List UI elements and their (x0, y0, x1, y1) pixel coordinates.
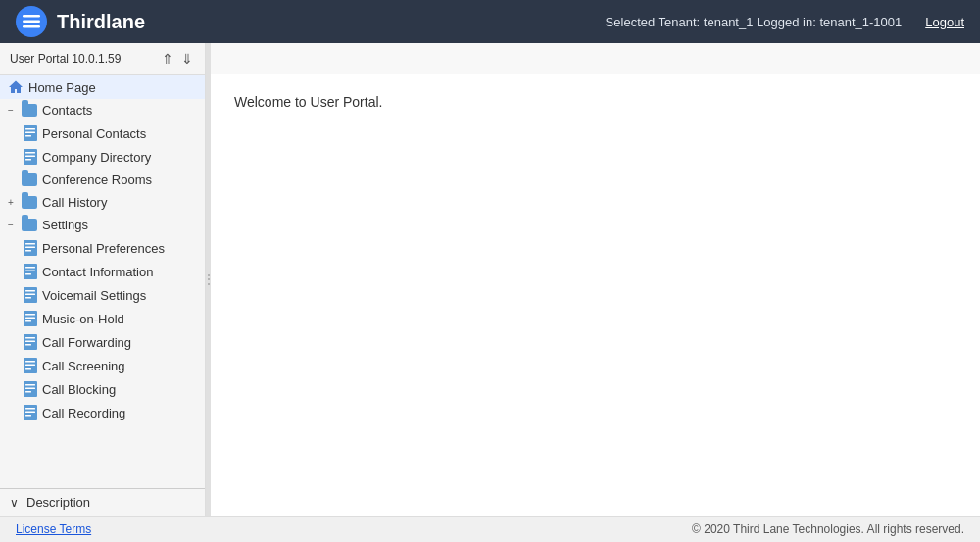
sidebar-item-personal-preferences[interactable]: Personal Preferences (0, 236, 205, 260)
call-blocking-label: Call Blocking (42, 382, 116, 397)
sidebar-item-personal-contacts[interactable]: Personal Contacts (0, 122, 205, 145)
tenant-info: Selected Tenant: tenant_1 Logged in: ten… (606, 15, 903, 29)
personal-contacts-icon (24, 125, 37, 141)
svg-rect-28 (25, 337, 35, 339)
conference-rooms-folder-icon (22, 173, 37, 186)
sidebar-tree: Home Page − Contacts (0, 75, 205, 488)
app-title: Thirdlane (57, 11, 145, 33)
voicemail-settings-label: Voicemail Settings (42, 288, 146, 303)
sidebar-version: User Portal 10.0.1.59 (10, 52, 121, 66)
call-forwarding-icon (24, 334, 37, 350)
svg-rect-10 (25, 159, 31, 161)
svg-rect-38 (25, 391, 31, 393)
call-screening-icon (24, 358, 37, 373)
description-panel: ∨ Description (0, 488, 205, 516)
company-directory-icon (24, 149, 37, 165)
call-history-expand-arrow: + (8, 197, 20, 208)
call-recording-label: Call Recording (42, 406, 125, 420)
call-screening-label: Call Screening (42, 359, 125, 373)
sidebar-header: User Portal 10.0.1.59 ⇑ ⇓ (0, 43, 205, 75)
sidebar-expand-btn[interactable]: ⇓ (179, 51, 195, 67)
app-footer: License Terms © 2020 Third Lane Technolo… (0, 516, 980, 542)
svg-rect-29 (25, 341, 35, 343)
sidebar-item-call-history[interactable]: + Call History (0, 191, 205, 214)
svg-rect-2 (23, 25, 40, 28)
description-label: Description (26, 495, 90, 510)
svg-rect-40 (25, 408, 35, 410)
svg-rect-36 (25, 384, 35, 386)
svg-rect-16 (25, 267, 35, 269)
contact-information-icon (24, 264, 37, 279)
content-area: Welcome to User Portal. (211, 43, 980, 516)
sidebar-collapse-btn[interactable]: ⇑ (160, 51, 175, 67)
sidebar-item-call-blocking[interactable]: Call Blocking (0, 377, 205, 401)
copyright-text: © 2020 Third Lane Technologies. All righ… (692, 522, 964, 536)
sidebar-resize-handle[interactable] (206, 43, 211, 516)
svg-rect-22 (25, 297, 31, 299)
sidebar-item-call-screening[interactable]: Call Screening (0, 354, 205, 377)
svg-rect-9 (25, 156, 35, 158)
svg-rect-13 (25, 247, 35, 249)
content-body: Welcome to User Portal. (211, 74, 980, 516)
contacts-folder-icon (22, 104, 37, 117)
sidebar-item-call-forwarding[interactable]: Call Forwarding (0, 330, 205, 354)
content-toolbar (211, 43, 980, 74)
call-recording-icon (24, 405, 37, 420)
svg-rect-8 (25, 152, 35, 154)
svg-rect-32 (25, 361, 35, 363)
svg-rect-0 (23, 15, 40, 18)
call-history-folder-icon (22, 196, 37, 209)
svg-rect-24 (25, 314, 35, 316)
contacts-label: Contacts (42, 103, 92, 118)
sidebar-item-call-recording[interactable]: Call Recording (0, 401, 205, 424)
app-logo: Thirdlane (16, 6, 145, 37)
sidebar-controls: ⇑ ⇓ (160, 51, 195, 67)
license-terms-link[interactable]: License Terms (16, 522, 91, 536)
home-icon (8, 79, 24, 95)
welcome-message: Welcome to User Portal. (234, 94, 382, 110)
svg-rect-21 (25, 294, 35, 296)
contact-information-label: Contact Information (42, 265, 153, 279)
call-history-label: Call History (42, 195, 107, 210)
svg-rect-33 (25, 365, 35, 367)
settings-label: Settings (42, 218, 88, 232)
sidebar-item-settings[interactable]: − Settings (0, 214, 205, 236)
conference-rooms-label: Conference Rooms (42, 172, 152, 187)
svg-rect-4 (25, 128, 35, 130)
music-on-hold-label: Music-on-Hold (42, 312, 124, 326)
personal-preferences-label: Personal Preferences (42, 241, 165, 256)
call-blocking-icon (24, 381, 37, 397)
settings-expand-arrow: − (8, 220, 20, 230)
description-chevron-icon: ∨ (10, 496, 19, 510)
logout-button[interactable]: Logout (925, 15, 964, 29)
sidebar-item-contacts[interactable]: − Contacts (0, 99, 205, 122)
svg-rect-6 (25, 135, 31, 137)
sidebar-item-company-directory[interactable]: Company Directory (0, 145, 205, 169)
svg-rect-1 (23, 21, 40, 24)
svg-rect-12 (25, 243, 35, 245)
svg-rect-26 (25, 320, 31, 322)
contacts-expand-arrow: − (8, 105, 20, 116)
svg-rect-25 (25, 318, 35, 320)
svg-rect-18 (25, 273, 31, 275)
svg-rect-37 (25, 388, 35, 390)
voicemail-settings-icon (24, 287, 37, 303)
music-on-hold-icon (24, 311, 37, 326)
personal-contacts-label: Personal Contacts (42, 126, 146, 141)
logo-icon (16, 6, 47, 37)
call-forwarding-label: Call Forwarding (42, 335, 131, 350)
description-header[interactable]: ∨ Description (0, 489, 205, 516)
personal-preferences-icon (24, 240, 37, 256)
sidebar-item-conference-rooms[interactable]: Conference Rooms (0, 169, 205, 191)
settings-folder-icon (22, 219, 37, 231)
svg-rect-14 (25, 250, 31, 252)
app-header: Thirdlane Selected Tenant: tenant_1 Logg… (0, 0, 980, 43)
svg-rect-5 (25, 132, 35, 134)
sidebar-item-voicemail-settings[interactable]: Voicemail Settings (0, 283, 205, 307)
svg-rect-17 (25, 271, 35, 272)
sidebar-item-contact-information[interactable]: Contact Information (0, 260, 205, 283)
sidebar-item-music-on-hold[interactable]: Music-on-Hold (0, 307, 205, 330)
svg-rect-30 (25, 344, 31, 346)
sidebar-item-home-page[interactable]: Home Page (0, 75, 205, 99)
main-container: User Portal 10.0.1.59 ⇑ ⇓ Home Page − (0, 43, 980, 516)
